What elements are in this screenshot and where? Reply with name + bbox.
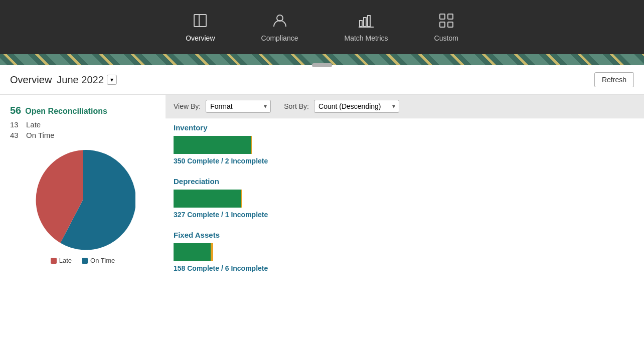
svg-rect-3 <box>360 21 362 27</box>
right-panel: View By: Format Category Team Sort By: C… <box>166 95 644 349</box>
late-stat-row: 13 Late <box>10 120 155 129</box>
nav-compliance[interactable]: Compliance <box>253 9 306 46</box>
legend-on-time-dot <box>82 258 88 264</box>
left-panel: 56 Open Reconciliations 13 Late 43 On Ti… <box>0 95 166 349</box>
pie-chart-container: Late On Time <box>10 147 155 264</box>
bar-complete-depreciation <box>174 190 241 208</box>
nav-custom-label: Custom <box>434 34 458 42</box>
progress-bar-inventory <box>174 136 636 154</box>
recon-title-depreciation: Depreciation <box>174 177 636 186</box>
date-dropdown-button[interactable]: ▾ <box>107 75 117 85</box>
legend-late-label: Late <box>59 257 72 264</box>
sort-by-select-wrapper: Count (Descending) Count (Ascending) Nam… <box>314 100 399 113</box>
progress-bar-depreciation <box>174 190 636 208</box>
filter-bar: View By: Format Category Team Sort By: C… <box>166 95 644 118</box>
progress-bar-fixed-assets <box>174 243 636 261</box>
svg-rect-9 <box>440 22 445 27</box>
recon-stats-fixed-assets: 158 Complete / 6 Incomplete <box>174 264 636 272</box>
sort-by-select[interactable]: Count (Descending) Count (Ascending) Nam… <box>314 100 399 113</box>
recon-item-fixed-assets: Fixed Assets 158 Complete / 6 Incomplete <box>174 231 636 272</box>
nav-match-metrics[interactable]: Match Metrics <box>336 9 396 46</box>
svg-rect-7 <box>440 14 445 19</box>
svg-rect-10 <box>448 22 453 27</box>
view-by-label: View By: <box>174 102 201 110</box>
recon-title-fixed-assets: Fixed Assets <box>174 231 636 239</box>
pie-chart <box>30 147 135 253</box>
reconciliations-list: Inventory 350 Complete / 2 Incomplete De… <box>166 118 644 289</box>
custom-icon <box>438 13 454 31</box>
legend-late-dot <box>51 258 57 264</box>
nav-overview[interactable]: Overview <box>178 9 223 46</box>
nav-overview-label: Overview <box>186 34 215 42</box>
panel-handle[interactable] <box>312 63 332 67</box>
header-row: Overview June 2022 ▾ Refresh <box>0 65 644 95</box>
recon-title-inventory: Inventory <box>174 123 636 132</box>
open-label: Open Reconciliations <box>25 107 107 116</box>
late-label: Late <box>26 120 41 129</box>
page-title: Overview <box>10 74 52 86</box>
bar-incomplete-fixed-assets <box>211 243 213 261</box>
legend-late: Late <box>51 257 72 264</box>
legend-on-time: On Time <box>82 257 115 264</box>
header-date: June 2022 <box>57 74 103 86</box>
bar-incomplete-depreciation <box>241 190 242 208</box>
nav-match-metrics-label: Match Metrics <box>344 34 388 42</box>
content-area: 56 Open Reconciliations 13 Late 43 On Ti… <box>0 95 644 349</box>
recon-item-inventory: Inventory 350 Complete / 2 Incomplete <box>174 123 636 165</box>
recon-stats-depreciation: 327 Complete / 1 Incomplete <box>174 211 636 219</box>
svg-rect-0 <box>194 15 206 27</box>
bar-complete-inventory <box>174 136 251 154</box>
overview-icon <box>192 13 208 31</box>
open-reconciliations-stat: 56 Open Reconciliations <box>10 105 155 116</box>
on-time-stat-row: 43 On Time <box>10 131 155 139</box>
nav-compliance-label: Compliance <box>261 34 298 42</box>
late-count: 13 <box>10 120 22 129</box>
bar-incomplete-inventory <box>251 136 252 154</box>
match-metrics-icon <box>358 13 374 31</box>
view-by-select[interactable]: Format Category Team <box>206 100 271 113</box>
sort-by-label: Sort By: <box>284 102 309 110</box>
on-time-count: 43 <box>10 131 22 139</box>
svg-rect-5 <box>368 16 370 27</box>
svg-rect-4 <box>364 18 366 27</box>
on-time-label: On Time <box>26 131 55 139</box>
view-by-select-wrapper: Format Category Team <box>206 100 271 113</box>
open-count: 56 <box>10 105 21 116</box>
legend-on-time-label: On Time <box>90 257 115 264</box>
svg-rect-8 <box>448 14 453 19</box>
top-nav: Overview Compliance Match Metrics <box>0 0 644 54</box>
compliance-icon <box>272 13 288 31</box>
decorative-banner <box>0 54 644 65</box>
pie-legend: Late On Time <box>51 257 115 264</box>
nav-custom[interactable]: Custom <box>426 9 466 46</box>
recon-item-depreciation: Depreciation 327 Complete / 1 Incomplete <box>174 177 636 219</box>
refresh-button[interactable]: Refresh <box>594 72 634 87</box>
recon-stats-inventory: 350 Complete / 2 Incomplete <box>174 157 636 165</box>
bar-complete-fixed-assets <box>174 243 211 261</box>
main-area: Overview June 2022 ▾ Refresh 56 Open Rec… <box>0 65 644 349</box>
